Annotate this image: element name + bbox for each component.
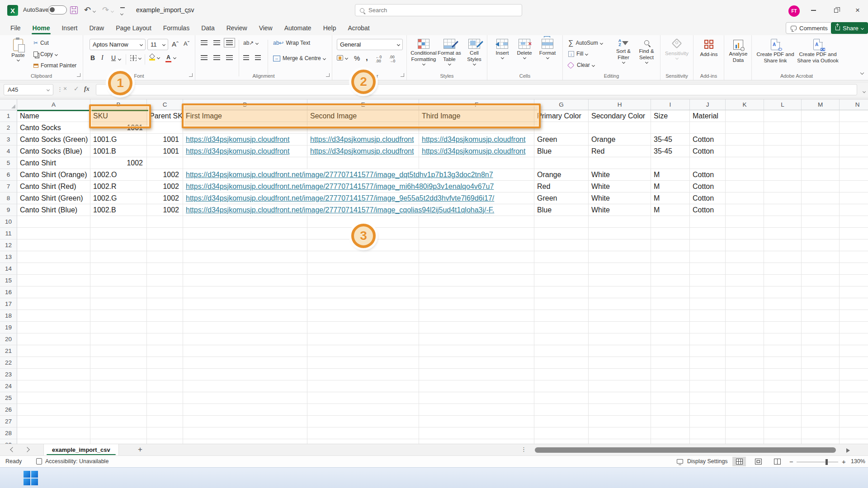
addins-button[interactable]: Add-ins — [697, 40, 721, 58]
cell-G6[interactable]: Orange — [534, 169, 589, 181]
row-header-5[interactable]: 5 — [0, 157, 17, 169]
cell-K27[interactable] — [726, 416, 764, 427]
cell-L22[interactable] — [764, 357, 802, 369]
cell-L9[interactable] — [764, 204, 802, 216]
row-header-7[interactable]: 7 — [0, 181, 17, 192]
increase-font-button[interactable]: Aˆ — [172, 40, 179, 48]
cell-H28[interactable] — [589, 427, 651, 439]
close-button[interactable]: × — [847, 0, 868, 21]
insert-cells-button[interactable]: Insert — [492, 39, 513, 59]
cell-L21[interactable] — [764, 345, 802, 357]
next-sheet-chevron-icon[interactable] — [24, 447, 29, 452]
ribbon-tab-insert[interactable]: Insert — [56, 21, 83, 35]
cell-M10[interactable] — [802, 216, 840, 228]
cell-I14[interactable] — [651, 263, 690, 275]
cell-H19[interactable] — [589, 322, 651, 333]
cell-C15[interactable] — [147, 275, 183, 286]
cell-M15[interactable] — [802, 275, 840, 286]
cell-D11[interactable] — [183, 228, 307, 239]
row-header-21[interactable]: 21 — [0, 345, 17, 357]
row-header-22[interactable]: 22 — [0, 357, 17, 369]
find-select-button[interactable]: Find & Select — [635, 39, 658, 63]
cell-D28[interactable] — [183, 427, 307, 439]
cell-I3[interactable]: 35-45 — [651, 134, 690, 145]
cell-L7[interactable] — [764, 181, 802, 192]
decrease-indent-button[interactable] — [243, 55, 249, 60]
cell-B14[interactable] — [90, 263, 147, 275]
cell-F15[interactable] — [419, 275, 534, 286]
cell-I11[interactable] — [651, 228, 690, 239]
cell-H6[interactable]: White — [589, 169, 651, 181]
cell-G14[interactable] — [534, 263, 589, 275]
cell-M9[interactable] — [802, 204, 840, 216]
view-page-layout-button[interactable] — [751, 457, 765, 466]
cell-F18[interactable] — [419, 310, 534, 322]
cell-L10[interactable] — [764, 216, 802, 228]
cell-B10[interactable] — [90, 216, 147, 228]
cell-C18[interactable] — [147, 310, 183, 322]
middle-align-button[interactable] — [213, 40, 220, 45]
cell-K29[interactable] — [726, 439, 764, 444]
cell-C13[interactable] — [147, 251, 183, 263]
horizontal-scrollbar-thumb[interactable] — [535, 447, 836, 453]
cell-C28[interactable] — [147, 427, 183, 439]
view-normal-button[interactable] — [732, 457, 746, 466]
formula-bar-expand-chevron-icon[interactable] — [863, 88, 865, 96]
cell-B24[interactable] — [90, 380, 147, 392]
percent-style-button[interactable]: % — [354, 54, 360, 62]
cell-N3[interactable] — [840, 134, 868, 145]
cell-D14[interactable] — [183, 263, 307, 275]
cell-I10[interactable] — [651, 216, 690, 228]
cell-A16[interactable] — [17, 286, 90, 298]
cell-M29[interactable] — [802, 439, 840, 444]
cell-B7[interactable]: 1002.R — [90, 181, 147, 192]
wrap-text-button[interactable]: ab↩Wrap Text — [273, 40, 310, 46]
row-header-15[interactable]: 15 — [0, 275, 17, 286]
minimize-button[interactable] — [803, 0, 824, 21]
cell-J24[interactable] — [690, 380, 726, 392]
ribbon-tab-page-layout[interactable]: Page Layout — [110, 21, 157, 35]
cell-A10[interactable] — [17, 216, 90, 228]
cell-I5[interactable] — [651, 157, 690, 169]
cell-J13[interactable] — [690, 251, 726, 263]
cell-I28[interactable] — [651, 427, 690, 439]
cell-J17[interactable] — [690, 298, 726, 310]
cell-L13[interactable] — [764, 251, 802, 263]
column-header-C[interactable]: C — [147, 99, 183, 110]
cell-K13[interactable] — [726, 251, 764, 263]
cell-D8[interactable]: https://d34psjkomusjp.cloudfront.net/ima… — [183, 192, 534, 204]
cell-J27[interactable] — [690, 416, 726, 427]
autosum-button[interactable]: ∑AutoSum — [568, 39, 603, 47]
cell-K12[interactable] — [726, 239, 764, 251]
cell-J19[interactable] — [690, 322, 726, 333]
cell-C9[interactable]: 1002 — [147, 204, 183, 216]
cell-F29[interactable] — [419, 439, 534, 444]
cell-F25[interactable] — [419, 392, 534, 404]
cell-J18[interactable] — [690, 310, 726, 322]
windows-start-icon[interactable] — [24, 471, 38, 485]
cell-A7[interactable]: Canto Shirt (Red) — [17, 181, 90, 192]
conditional-formatting-button[interactable]: Conditional Formatting — [410, 39, 437, 65]
cell-D23[interactable] — [183, 369, 307, 380]
status-accessibility[interactable]: Accessibility: Unavailable — [45, 458, 108, 465]
cell-M13[interactable] — [802, 251, 840, 263]
cell-D24[interactable] — [183, 380, 307, 392]
cell-K23[interactable] — [726, 369, 764, 380]
cell-L2[interactable] — [764, 122, 802, 134]
fill-button[interactable]: ↓Fill — [568, 51, 588, 57]
cell-C8[interactable]: 1002 — [147, 192, 183, 204]
cell-A15[interactable] — [17, 275, 90, 286]
cell-B19[interactable] — [90, 322, 147, 333]
row-header-20[interactable]: 20 — [0, 333, 17, 345]
cell-G4[interactable]: Blue — [534, 145, 589, 157]
decrease-font-button[interactable]: Aˇ — [184, 40, 189, 47]
align-right-button[interactable] — [226, 55, 233, 60]
italic-button[interactable]: I — [101, 54, 104, 61]
sheet-tab-active[interactable]: example_import_csv — [43, 444, 119, 455]
cell-B3[interactable]: 1001.G — [90, 134, 147, 145]
cell-M1[interactable] — [802, 110, 840, 122]
cell-I24[interactable] — [651, 380, 690, 392]
cell-K5[interactable] — [726, 157, 764, 169]
cell-M6[interactable] — [802, 169, 840, 181]
cell-I12[interactable] — [651, 239, 690, 251]
